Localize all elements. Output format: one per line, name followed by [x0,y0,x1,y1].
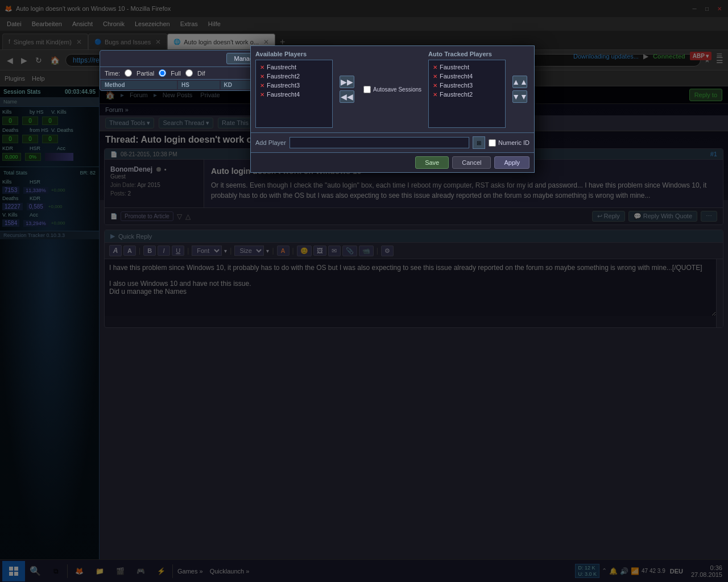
add-player-input[interactable] [289,137,469,148]
add-player-row: Add Player ⊞ Numeric ID [251,132,534,152]
autosave-row: Autosave Sessions [361,84,424,95]
player-icon-3: ✕ [260,82,264,89]
available-players-panel: Available Players ✕ Faustrecht ✕ Faustre… [255,51,333,128]
save-button[interactable]: Save [415,156,449,169]
apply-button[interactable]: Apply [494,156,530,169]
player-icon-2: ✕ [260,73,264,80]
session-dialog: Available Players ✕ Faustrecht ✕ Faustre… [250,45,535,173]
tracked-faustrecht[interactable]: ✕ Faustrecht [431,63,503,72]
tracked-icon-4: ✕ [433,92,437,98]
tracked-down-btn[interactable]: ▼▼ [512,90,527,103]
cancel-button[interactable]: Cancel [452,156,491,169]
dialog-body: Available Players ✕ Faustrecht ✕ Faustre… [251,46,534,132]
dialog-footer: Save Cancel Apply [251,152,534,172]
tracked-players-list[interactable]: ✕ Faustrecht ✕ Faustrecht4 ✕ Faustrecht3… [428,60,506,128]
right-transfer-buttons: ▲▲ ▼▼ [510,51,530,128]
transfer-buttons: ▶▶ ◀◀ [337,51,357,128]
player-faustrecht4[interactable]: ✕ Faustrecht4 [258,90,330,99]
player-faustrecht[interactable]: ✕ Faustrecht [258,63,330,72]
available-players-title: Available Players [255,51,333,57]
tracked-players-title: Auto Tracked Players [428,51,506,57]
tracked-faustrecht4[interactable]: ✕ Faustrecht4 [431,72,503,81]
dif-radio[interactable] [185,69,193,77]
grid-icon[interactable]: ⊞ [473,136,485,149]
player-faustrecht3[interactable]: ✕ Faustrecht3 [258,81,330,90]
transfer-right-btn[interactable]: ▶▶ [340,76,354,88]
player-icon-4: ✕ [260,92,264,98]
player-name: Faustrecht [267,64,296,70]
player-icon: ✕ [260,64,264,70]
autosave-label: Autosave Sessions [373,86,421,93]
tracked-up-btn[interactable]: ▲▲ [512,76,527,88]
tracked-players-panel: Auto Tracked Players ✕ Faustrecht ✕ Faus… [428,51,506,128]
transfer-left-btn[interactable]: ◀◀ [340,90,354,103]
tracked-faustrecht3[interactable]: ✕ Faustrecht3 [431,81,503,90]
numeric-id-row: Numeric ID [489,139,530,147]
available-players-list[interactable]: ✕ Faustrecht ✕ Faustrecht2 ✕ Faustrecht3… [255,60,333,128]
player-faustrecht2[interactable]: ✕ Faustrecht2 [258,72,330,81]
tracked-icon-2: ✕ [433,73,437,80]
tracked-icon-1: ✕ [433,64,437,70]
numeric-id-checkbox[interactable] [489,139,496,147]
tracked-icon-3: ✕ [433,82,437,89]
tracked-faustrecht2[interactable]: ✕ Faustrecht2 [431,90,503,99]
full-radio[interactable] [159,69,166,77]
autosave-checkbox[interactable] [363,86,371,93]
add-player-label: Add Player [255,139,286,146]
partial-radio[interactable] [125,69,132,77]
